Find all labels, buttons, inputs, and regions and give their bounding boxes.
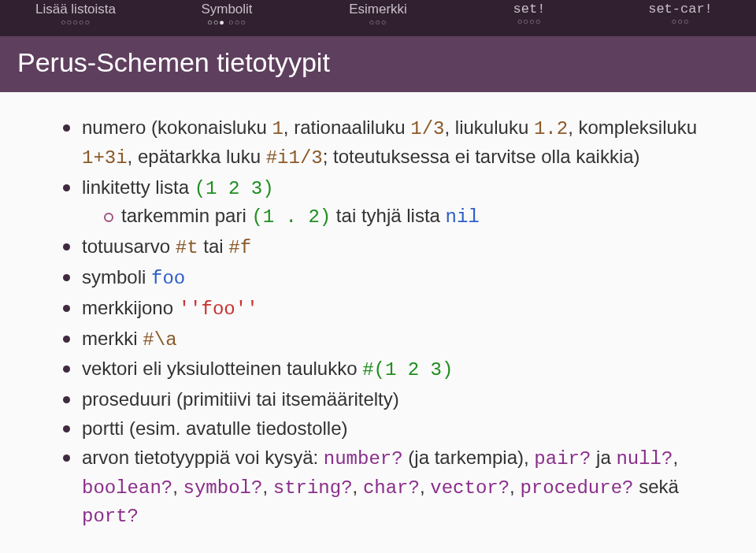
bullet-totuus: totuusarvo #t tai #f — [61, 233, 706, 262]
nav-section-3[interactable]: set!○○○○ — [454, 2, 605, 26]
bullet-symboli: symboli foo — [61, 264, 706, 293]
bullet-proseduuri: proseduuri (primitiivi tai itsemääritelt… — [61, 386, 706, 414]
nav-section-4[interactable]: set-car!○○○ — [605, 2, 756, 26]
bullet-merkkijono: merkkijono ''foo'' — [61, 295, 706, 324]
bullet-arvon: arvon tietotyyppiä voi kysyä: number? (j… — [61, 444, 706, 531]
slide-body: numero (kokonaisluku 1, rationaaliluku 1… — [0, 92, 756, 548]
bullet-numero: numero (kokonaisluku 1, rationaaliluku 1… — [61, 114, 706, 173]
nav-section-2[interactable]: Esimerkki○○○ — [302, 2, 454, 27]
bullet-vektori: vektori eli yksiulotteinen taulukko #(1 … — [61, 355, 706, 384]
nav-section-0[interactable]: Lisää listoista○○○○○ — [0, 2, 151, 27]
nav-bar: Lisää listoista○○○○○Symbolit○○● ○○○Esime… — [0, 0, 756, 36]
slide-title: Perus-Schemen tietotyypit — [0, 36, 756, 92]
bullet-merkki: merkki #\a — [61, 325, 706, 354]
bullet-portti: portti (esim. avatulle tiedostolle) — [61, 415, 706, 443]
bullet-linkitetty: linkitetty lista (1 2 3) tarkemmin pari … — [61, 174, 706, 232]
nav-section-1[interactable]: Symbolit○○● ○○○ — [151, 2, 302, 27]
bullet-tarkemmin: tarkemmin pari (1 . 2) tai tyhjä lista n… — [102, 202, 706, 232]
